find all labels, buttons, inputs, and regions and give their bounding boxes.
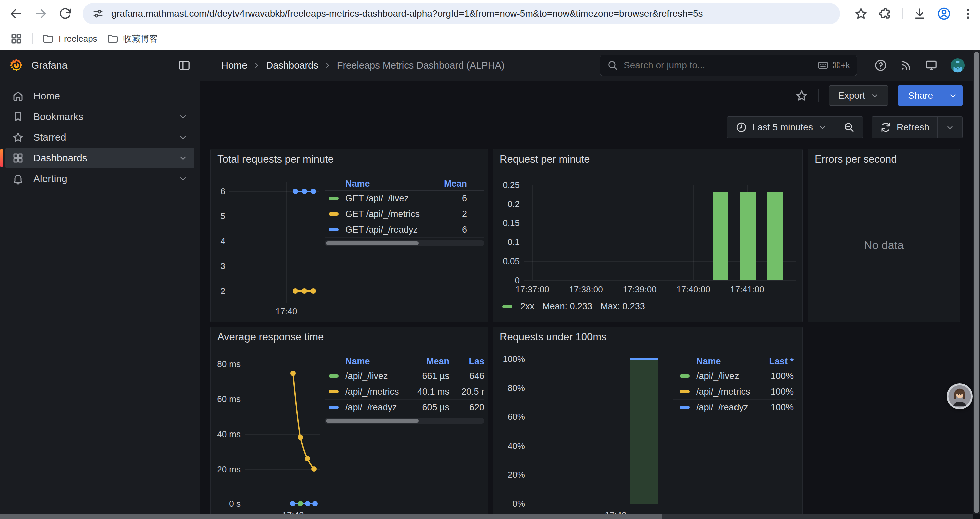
legend-scrollbar[interactable] bbox=[325, 241, 484, 246]
apps-grid-icon[interactable] bbox=[10, 32, 23, 45]
sidebar-item-dashboards[interactable]: Dashboards bbox=[5, 148, 194, 168]
panel-total-requests[interactable]: Total requests per minute 6 5 4 3 2 17:4… bbox=[210, 149, 488, 322]
time-range-picker[interactable]: Last 5 minutes bbox=[727, 117, 835, 138]
dashboard-toolbar: Export Share bbox=[200, 81, 980, 110]
scrollbar-thumb[interactable] bbox=[326, 419, 418, 423]
legend-row[interactable]: /api/_/metrics 40.1 ms 20.5 r bbox=[325, 384, 484, 400]
bookmark-folder-freeleaps[interactable]: Freeleaps bbox=[42, 33, 97, 45]
series-name[interactable]: GET /api/_/metrics bbox=[345, 209, 420, 219]
bookmark-star-icon[interactable] bbox=[854, 7, 868, 21]
shortcut-keys: ⌘+k bbox=[832, 61, 850, 71]
legend-row[interactable]: /api/_/readyz 605 µs 620 bbox=[325, 400, 484, 415]
panel-title[interactable]: Requests under 100ms bbox=[500, 331, 607, 343]
legend-row[interactable]: GET /api/_/livez 6 bbox=[325, 191, 484, 206]
scrollbar-thumb[interactable] bbox=[974, 52, 979, 513]
search-box[interactable]: ⌘+k bbox=[600, 55, 857, 76]
y-tick: 40% bbox=[493, 441, 525, 451]
bookmark-folder-blogs[interactable]: 收藏博客 bbox=[107, 33, 158, 45]
floating-avatar[interactable] bbox=[947, 383, 973, 409]
legend-row[interactable]: GET /api/_/readyz 6 bbox=[325, 222, 484, 238]
share-menu-button[interactable] bbox=[943, 86, 963, 105]
bookmarks-icon bbox=[12, 110, 24, 123]
legend-header-mean[interactable]: Mean bbox=[444, 179, 484, 189]
monitor-icon[interactable] bbox=[924, 59, 938, 72]
sidebar-toggle-icon[interactable] bbox=[178, 59, 191, 72]
vertical-scrollbar[interactable] bbox=[973, 50, 980, 514]
url-text[interactable]: grafana.mathmast.com/d/deytv4rwavabkb/fr… bbox=[111, 8, 703, 19]
user-avatar[interactable] bbox=[950, 58, 965, 73]
sidebar-item-alerting[interactable]: Alerting bbox=[5, 169, 194, 189]
extensions-icon[interactable] bbox=[878, 7, 892, 21]
legend-header-name[interactable]: Name bbox=[325, 356, 399, 367]
share-button[interactable]: Share bbox=[898, 86, 963, 105]
sidebar-item-label: Dashboards bbox=[33, 152, 88, 164]
legend-row[interactable]: GET /api/_/metrics 2 bbox=[325, 206, 484, 222]
breadcrumb-home[interactable]: Home bbox=[221, 60, 247, 71]
panel-title[interactable]: Total requests per minute bbox=[218, 153, 334, 165]
series-mean: Mean: 0.233 bbox=[542, 301, 592, 311]
legend-header-name[interactable]: Name bbox=[673, 356, 753, 367]
panel-title[interactable]: Errors per second bbox=[815, 153, 897, 165]
y-tick: 20% bbox=[493, 469, 525, 480]
profile-icon[interactable] bbox=[937, 6, 951, 21]
sidebar-item-label: Home bbox=[33, 90, 60, 102]
series-name[interactable]: /api/_/livez bbox=[345, 371, 399, 382]
panel-avg-response-time[interactable]: Average response time 80 ms 60 ms 40 ms … bbox=[210, 327, 488, 519]
site-settings-icon[interactable] bbox=[92, 8, 104, 20]
chevron-down-icon[interactable] bbox=[178, 174, 188, 184]
legend-header-last[interactable]: Las bbox=[449, 356, 484, 367]
y-tick: 80% bbox=[493, 383, 525, 393]
y-tick: 4 bbox=[211, 236, 226, 246]
legend-row[interactable]: /api/_/readyz 100% bbox=[673, 400, 796, 415]
url-bar[interactable]: grafana.mathmast.com/d/deytv4rwavabkb/fr… bbox=[83, 3, 840, 24]
help-icon[interactable] bbox=[874, 59, 887, 72]
export-button[interactable]: Export bbox=[829, 86, 888, 105]
series-last: 100% bbox=[753, 402, 796, 413]
refresh-interval-button[interactable] bbox=[938, 117, 963, 138]
menu-kebab-icon[interactable] bbox=[961, 7, 975, 21]
zoom-out-button[interactable] bbox=[835, 117, 862, 138]
download-icon[interactable] bbox=[913, 7, 927, 21]
legend-header-last[interactable]: Last * bbox=[753, 356, 796, 367]
series-name[interactable]: GET /api/_/readyz bbox=[345, 225, 418, 235]
reload-icon[interactable] bbox=[58, 6, 73, 21]
time-controls: Last 5 minutes Refresh bbox=[200, 110, 980, 144]
panel-errors-per-second[interactable]: Errors per second No data bbox=[808, 149, 960, 322]
legend-row[interactable]: /api/_/livez 661 µs 646 bbox=[325, 368, 484, 384]
search-input[interactable] bbox=[624, 60, 812, 71]
series-name[interactable]: GET /api/_/livez bbox=[345, 193, 409, 204]
series-mean: 661 µs bbox=[399, 371, 449, 382]
news-rss-icon[interactable] bbox=[899, 59, 913, 72]
panel-requests-under-100ms[interactable]: Requests under 100ms 100% 80% 60% 40% 20… bbox=[493, 327, 803, 519]
horizontal-scrollbar[interactable] bbox=[0, 514, 973, 519]
sidebar-item-bookmarks[interactable]: Bookmarks bbox=[5, 107, 194, 126]
panel-request-per-minute[interactable]: Request per minute 0.25 0.2 0.15 0.1 0.0… bbox=[493, 149, 803, 322]
favorite-star-icon[interactable] bbox=[795, 89, 808, 102]
series-name[interactable]: 2xx bbox=[520, 301, 535, 311]
chevron-down-icon[interactable] bbox=[178, 133, 188, 142]
chevron-down-icon[interactable] bbox=[178, 153, 188, 163]
series-name[interactable]: /api/_/livez bbox=[697, 371, 753, 382]
legend-row[interactable]: /api/_/metrics 100% bbox=[673, 384, 796, 400]
legend-header-mean[interactable]: Mean bbox=[399, 356, 449, 367]
sidebar-item-starred[interactable]: Starred bbox=[5, 127, 194, 147]
forward-icon[interactable] bbox=[33, 6, 48, 21]
breadcrumb-dashboards[interactable]: Dashboards bbox=[266, 60, 318, 71]
sidebar-item-home[interactable]: Home bbox=[5, 86, 194, 106]
scrollbar-thumb[interactable] bbox=[0, 514, 662, 519]
scrollbar-thumb[interactable] bbox=[326, 241, 418, 245]
panel-title[interactable]: Request per minute bbox=[500, 153, 590, 165]
legend-scrollbar[interactable] bbox=[325, 418, 484, 424]
legend-row[interactable]: /api/_/livez 100% bbox=[673, 368, 796, 384]
series-name[interactable]: /api/_/readyz bbox=[697, 402, 753, 413]
series-name[interactable]: /api/_/readyz bbox=[345, 402, 399, 413]
y-tick: 0% bbox=[493, 498, 525, 509]
grafana-logo[interactable] bbox=[9, 58, 24, 73]
refresh-button[interactable]: Refresh bbox=[872, 117, 937, 138]
series-name[interactable]: /api/_/metrics bbox=[345, 387, 399, 397]
legend-header-name[interactable]: Name bbox=[325, 179, 370, 189]
series-name[interactable]: /api/_/metrics bbox=[697, 387, 753, 397]
series-color-pill bbox=[329, 228, 339, 232]
chevron-down-icon[interactable] bbox=[178, 112, 188, 121]
back-icon[interactable] bbox=[9, 6, 23, 21]
